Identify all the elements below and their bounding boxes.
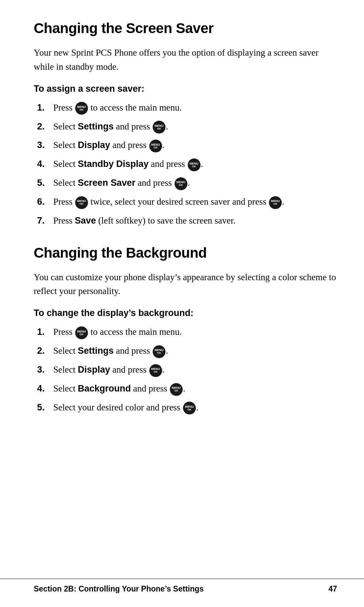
menu-ok-icon: MENUOK bbox=[170, 383, 183, 396]
bold-keyword: Display bbox=[78, 365, 110, 375]
list-item: 2. Select Settings and press MENUOK. bbox=[34, 344, 337, 358]
step-content: Select Display and press MENUOK. bbox=[53, 138, 337, 152]
menu-ok-icon: MENUOK bbox=[149, 140, 162, 152]
step-number: 1. bbox=[37, 325, 53, 339]
menu-ok-icon: MENUOK bbox=[149, 364, 162, 377]
bold-keyword: Display bbox=[78, 140, 110, 150]
section1-intro: Your new Sprint PCS Phone offers you the… bbox=[34, 46, 337, 74]
step-content: Select Background and press MENUOK. bbox=[53, 382, 337, 396]
menu-ok-icon: MENUOK bbox=[269, 196, 282, 209]
bold-keyword: Background bbox=[78, 383, 131, 394]
footer-page-number: 47 bbox=[328, 584, 337, 594]
step-content: Press Save (left softkey) to save the sc… bbox=[53, 214, 337, 228]
step-number: 2. bbox=[37, 120, 53, 134]
section2-subheading: To change the display’s background: bbox=[34, 308, 337, 318]
step-number: 5. bbox=[37, 401, 53, 415]
list-item: 2. Select Settings and press MENUOK. bbox=[34, 120, 337, 134]
step-number: 4. bbox=[37, 382, 53, 396]
step-number: 6. bbox=[37, 195, 53, 209]
section2-title: Changing the Background bbox=[34, 245, 337, 261]
step-content: Press MENUOK to access the main menu. bbox=[53, 101, 337, 115]
step-content: Press MENUOK to access the main menu. bbox=[53, 325, 337, 339]
list-item: 4. Select Background and press MENUOK. bbox=[34, 382, 337, 396]
page-content: Changing the Screen Saver Your new Sprin… bbox=[0, 0, 364, 462]
section2-steps: 1. Press MENUOK to access the main menu.… bbox=[34, 325, 337, 414]
menu-ok-icon: MENUOK bbox=[75, 102, 88, 115]
step-content: Press MENUOK twice, select your desired … bbox=[53, 195, 337, 209]
step-number: 2. bbox=[37, 344, 53, 358]
list-item: 3. Select Display and press MENUOK. bbox=[34, 138, 337, 152]
section2: Changing the Background You can customiz… bbox=[34, 245, 337, 415]
step-number: 7. bbox=[37, 214, 53, 228]
step-content: Select Standby Display and press MENUOK. bbox=[53, 157, 337, 171]
step-content: Select Display and press MENUOK. bbox=[53, 363, 337, 377]
menu-ok-icon: MENUOK bbox=[153, 121, 165, 134]
menu-ok-icon: MENUOK bbox=[75, 326, 88, 339]
footer-section-label: Section 2B: Controlling Your Phone’s Set… bbox=[34, 584, 204, 594]
step-content: Select your desired color and press MENU… bbox=[53, 401, 337, 415]
section1-steps: 1. Press MENUOK to access the main menu.… bbox=[34, 101, 337, 228]
menu-ok-icon: MENUOK bbox=[188, 158, 201, 171]
step-number: 3. bbox=[37, 363, 53, 377]
section1: Changing the Screen Saver Your new Sprin… bbox=[34, 20, 337, 228]
step-number: 3. bbox=[37, 138, 53, 152]
list-item: 3. Select Display and press MENUOK. bbox=[34, 363, 337, 377]
step-content: Select Settings and press MENUOK. bbox=[53, 344, 337, 358]
step-number: 5. bbox=[37, 176, 53, 190]
step-content: Select Screen Saver and press MENUOK. bbox=[53, 176, 337, 190]
list-item: 1. Press MENUOK to access the main menu. bbox=[34, 101, 337, 115]
bold-keyword: Standby Display bbox=[78, 159, 149, 169]
section1-subheading: To assign a screen saver: bbox=[34, 84, 337, 94]
list-item: 4. Select Standby Display and press MENU… bbox=[34, 157, 337, 171]
list-item: 5. Select your desired color and press M… bbox=[34, 401, 337, 415]
step-number: 1. bbox=[37, 101, 53, 115]
menu-ok-icon: MENUOK bbox=[153, 345, 165, 358]
menu-ok-icon: MENUOK bbox=[183, 402, 196, 414]
list-item: 7. Press Save (left softkey) to save the… bbox=[34, 214, 337, 228]
menu-ok-icon: MENUOK bbox=[175, 177, 187, 190]
list-item: 5. Select Screen Saver and press MENUOK. bbox=[34, 176, 337, 190]
list-item: 1. Press MENUOK to access the main menu. bbox=[34, 325, 337, 339]
page-footer: Section 2B: Controlling Your Phone’s Set… bbox=[0, 579, 364, 594]
list-item: 6. Press MENUOK twice, select your desir… bbox=[34, 195, 337, 209]
bold-keyword: Save bbox=[75, 215, 96, 226]
bold-keyword: Settings bbox=[78, 121, 114, 132]
bold-keyword: Settings bbox=[78, 346, 114, 356]
section2-intro: You can customize your phone display’s a… bbox=[34, 270, 337, 299]
bold-keyword: Screen Saver bbox=[78, 178, 135, 188]
section1-title: Changing the Screen Saver bbox=[34, 20, 337, 36]
menu-ok-icon: MENUOK bbox=[75, 196, 88, 209]
step-content: Select Settings and press MENUOK. bbox=[53, 120, 337, 134]
step-number: 4. bbox=[37, 157, 53, 171]
